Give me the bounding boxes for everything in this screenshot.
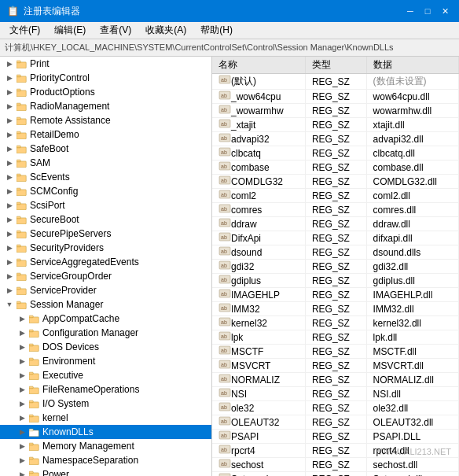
minimize-button[interactable]: ─ bbox=[402, 4, 418, 18]
table-row[interactable]: ab IMAGEHLPREG_SZIMAGEHLP.dll bbox=[212, 288, 459, 302]
menu-item[interactable]: 文件(F) bbox=[3, 22, 46, 39]
close-button[interactable]: ✕ bbox=[437, 4, 453, 18]
tree-item[interactable]: ▶ Memory Management bbox=[0, 439, 211, 453]
tree-expand-icon[interactable]: ▶ bbox=[3, 272, 16, 280]
table-row[interactable]: ab clbcatqREG_SZclbcatq.dll bbox=[212, 146, 459, 161]
tree-item[interactable]: ▶ SafeBoot bbox=[0, 142, 211, 156]
tree-expand-icon[interactable]: ▶ bbox=[3, 88, 16, 96]
table-row[interactable]: ab NORMALIZREG_SZNORMALIZ.dll bbox=[212, 373, 459, 387]
tree-item[interactable]: ▶ I/O System bbox=[0, 397, 211, 411]
tree-item[interactable]: ▶ SCMConfig bbox=[0, 184, 211, 198]
tree-expand-icon[interactable]: ▶ bbox=[16, 414, 28, 422]
table-row[interactable]: ab ole32REG_SZole32.dll bbox=[212, 401, 459, 415]
tree-item[interactable]: ▶ Environment bbox=[0, 354, 211, 368]
tree-item[interactable]: ▶ kernel bbox=[0, 411, 211, 425]
tree-expand-icon[interactable]: ▶ bbox=[16, 329, 28, 337]
menu-item[interactable]: 编辑(E) bbox=[48, 22, 92, 39]
table-row[interactable]: ab MSCTFREG_SZMSCTF.dll bbox=[212, 345, 459, 359]
tree-expand-icon[interactable]: ▶ bbox=[16, 386, 28, 393]
table-row[interactable]: ab gdi32REG_SZgdi32.dll bbox=[212, 260, 459, 274]
tree-item[interactable]: ▶ ServiceGroupOrder bbox=[0, 269, 211, 283]
table-row[interactable]: ab IMM32REG_SZIMM32.dll bbox=[212, 302, 459, 316]
tree-item[interactable]: ▶ Remote Assistance bbox=[0, 113, 211, 127]
table-row[interactable]: ab _wowarmhwREG_SZwowarmhw.dll bbox=[212, 104, 459, 118]
tree-item[interactable]: ▶ RadioManagement bbox=[0, 99, 211, 113]
table-row[interactable]: ab comresREG_SZcomres.dll bbox=[212, 203, 459, 217]
tree-expand-icon[interactable]: ▶ bbox=[3, 244, 16, 252]
table-row[interactable]: ab dsoundREG_SZdsound.dlls bbox=[212, 245, 459, 260]
table-row[interactable]: ab OLEAUT32REG_SZOLEAUT32.dll bbox=[212, 415, 459, 430]
tree-item[interactable]: ▶ NamespaceSeparation bbox=[0, 453, 211, 467]
tree-expand-icon[interactable]: ▶ bbox=[3, 145, 16, 153]
tree-expand-icon[interactable]: ▶ bbox=[3, 286, 16, 294]
table-row[interactable]: ab coml2REG_SZcoml2.dll bbox=[212, 189, 459, 203]
tree-item[interactable]: ▶ SAM bbox=[0, 156, 211, 170]
table-row[interactable]: ab gdiplusREG_SZgdiplus.dll bbox=[212, 274, 459, 288]
menu-item[interactable]: 收藏夹(A) bbox=[139, 22, 193, 39]
col-type[interactable]: 类型 bbox=[305, 57, 366, 74]
tree-item[interactable]: ▶ RetailDemo bbox=[0, 127, 211, 142]
tree-expand-icon[interactable]: ▶ bbox=[16, 343, 28, 351]
tree-item[interactable]: ▶ Print bbox=[0, 57, 211, 71]
table-row[interactable]: ab _wow64cpuREG_SZwow64cpu.dll bbox=[212, 90, 459, 104]
table-row[interactable]: ab DifxApiREG_SZdifxapi.dll bbox=[212, 231, 459, 245]
tree-expand-icon[interactable]: ▶ bbox=[3, 131, 16, 138]
tree-item[interactable]: ▶ AppCompatCache bbox=[0, 312, 211, 326]
tree-expand-icon[interactable]: ▶ bbox=[16, 371, 28, 379]
registry-panel[interactable]: 名称 类型 数据 ab (默认)REG_SZ(数值未设置) ab _wow64c… bbox=[212, 57, 459, 476]
table-row[interactable]: ab MSVCRTREG_SZMSVCRT.dll bbox=[212, 359, 459, 373]
table-row[interactable]: ab advapi32REG_SZadvapi32.dll bbox=[212, 132, 459, 146]
table-row[interactable]: ab SetupapiREG_SZSetupapi.dll bbox=[212, 472, 459, 477]
table-row[interactable]: ab COMDLG32REG_SZCOMDLG32.dll bbox=[212, 175, 459, 189]
table-row[interactable]: ab NSIREG_SZNSI.dll bbox=[212, 387, 459, 401]
tree-expand-icon[interactable]: ▶ bbox=[16, 442, 28, 450]
table-row[interactable]: ab ddrawREG_SZddraw.dll bbox=[212, 217, 459, 231]
menu-item[interactable]: 帮助(H) bbox=[194, 22, 239, 39]
table-row[interactable]: ab rpcrt4REG_SZrpcrt4.dll bbox=[212, 444, 459, 458]
tree-expand-icon[interactable]: ▶ bbox=[3, 116, 16, 124]
table-row[interactable]: ab sechostREG_SZsechost.dll bbox=[212, 458, 459, 472]
tree-expand-icon[interactable]: ▶ bbox=[3, 230, 16, 238]
tree-expand-icon[interactable]: ▶ bbox=[16, 400, 28, 408]
tree-expand-icon[interactable]: ▶ bbox=[3, 187, 16, 195]
table-row[interactable]: ab kernel32REG_SZkernel32.dll bbox=[212, 316, 459, 330]
tree-expand-icon[interactable]: ▶ bbox=[3, 102, 16, 110]
tree-expand-icon[interactable]: ▶ bbox=[16, 315, 28, 323]
tree-item[interactable]: ▶ KnownDLLs bbox=[0, 425, 211, 439]
tree-expand-icon[interactable]: ▶ bbox=[3, 173, 16, 181]
tree-expand-icon[interactable]: ▶ bbox=[3, 159, 16, 167]
table-row[interactable]: ab (默认)REG_SZ(数值未设置) bbox=[212, 74, 459, 90]
tree-expand-icon[interactable]: ▶ bbox=[16, 428, 28, 436]
tree-expand-icon[interactable]: ▶ bbox=[16, 470, 28, 476]
tree-expand-icon[interactable]: ▶ bbox=[3, 216, 16, 223]
tree-item[interactable]: ▶ Executive bbox=[0, 368, 211, 382]
tree-item[interactable]: ▶ SecurePipeServers bbox=[0, 227, 211, 241]
table-row[interactable]: ab PSAPIREG_SZPSAPI.DLL bbox=[212, 430, 459, 444]
tree-item[interactable]: ▶ ProductOptions bbox=[0, 85, 211, 99]
menu-item[interactable]: 查看(V) bbox=[94, 22, 138, 39]
table-row[interactable]: ab combaseREG_SZcombase.dll bbox=[212, 161, 459, 175]
tree-panel[interactable]: ▶ Print▶ PriorityControl▶ ProductOptions… bbox=[0, 57, 212, 476]
tree-item[interactable]: ▼ Session Manager bbox=[0, 297, 211, 312]
tree-expand-icon[interactable]: ▶ bbox=[3, 201, 16, 209]
maximize-button[interactable]: □ bbox=[420, 4, 435, 18]
tree-expand-icon[interactable]: ▶ bbox=[3, 60, 16, 68]
col-name[interactable]: 名称 bbox=[212, 57, 305, 74]
tree-item[interactable]: ▶ ServiceAggregatedEvents bbox=[0, 255, 211, 269]
tree-item[interactable]: ▶ ServiceProvider bbox=[0, 283, 211, 297]
tree-item[interactable]: ▶ FileRenameOperations bbox=[0, 382, 211, 397]
tree-expand-icon[interactable]: ▶ bbox=[3, 258, 16, 266]
table-row[interactable]: ab lpkREG_SZlpk.dll bbox=[212, 330, 459, 345]
tree-item[interactable]: ▶ SecureBoot bbox=[0, 212, 211, 227]
tree-expand-icon[interactable]: ▼ bbox=[3, 301, 16, 308]
tree-item[interactable]: ▶ ScEvents bbox=[0, 170, 211, 184]
table-row[interactable]: ab _xtajitREG_SZxtajit.dll bbox=[212, 118, 459, 132]
tree-item[interactable]: ▶ PriorityControl bbox=[0, 71, 211, 85]
tree-item[interactable]: ▶ Configuration Manager bbox=[0, 326, 211, 340]
tree-item[interactable]: ▶ DOS Devices bbox=[0, 340, 211, 354]
tree-expand-icon[interactable]: ▶ bbox=[16, 357, 28, 365]
tree-expand-icon[interactable]: ▶ bbox=[16, 456, 28, 464]
tree-item[interactable]: ▶ Power bbox=[0, 467, 211, 476]
tree-item[interactable]: ▶ ScsiPort bbox=[0, 198, 211, 212]
tree-item[interactable]: ▶ SecurityProviders bbox=[0, 241, 211, 255]
